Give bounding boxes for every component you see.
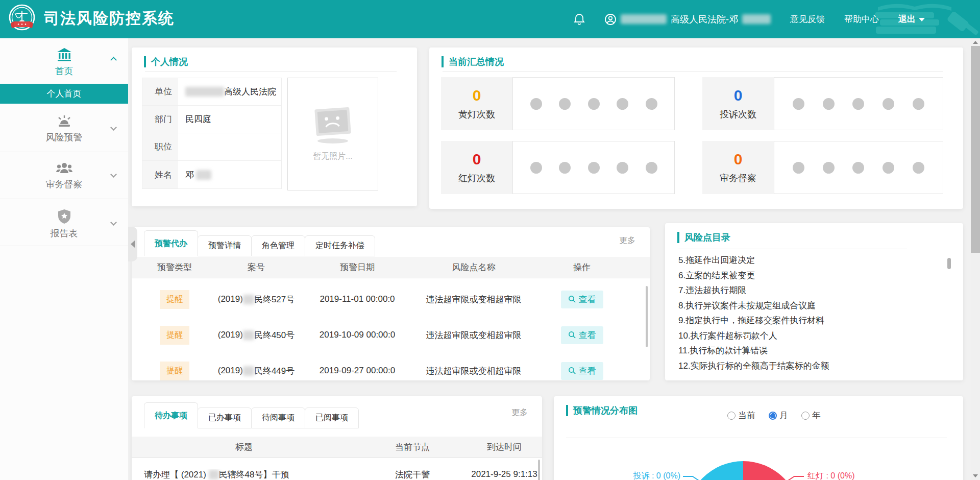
feedback-link[interactable]: 意见反馈 — [790, 13, 825, 25]
risk-name: 违法超审限或变相超审限 — [407, 329, 540, 341]
view-label: 查看 — [579, 329, 596, 341]
tab-role-management[interactable]: 角色管理 — [251, 235, 305, 256]
title-divider — [678, 249, 907, 249]
sidebar-divider — [0, 152, 128, 152]
scroll-up-button[interactable] — [971, 38, 980, 46]
pie-slice-complaints[interactable] — [686, 461, 743, 480]
title-divider — [443, 71, 943, 72]
scroll-down-button[interactable] — [971, 472, 980, 480]
current-node: 法院干警 — [356, 469, 469, 480]
alerts-more-link[interactable]: 更多 — [619, 235, 635, 246]
dot-icon — [617, 162, 628, 174]
sidebar-item-risk-warning-label: 风险预警 — [0, 131, 128, 143]
stat-label: 投诉次数 — [720, 108, 756, 121]
sidebar-item-risk-warning[interactable]: 风险预警 — [0, 104, 128, 152]
status-badge: 提醒 — [160, 326, 189, 345]
sidebar-item-report-label: 报告表 — [0, 227, 128, 239]
chevron-down-icon[interactable] — [110, 124, 117, 131]
sidebar-item-report[interactable]: 报告表 — [0, 199, 128, 246]
view-button[interactable]: 查看 — [561, 362, 603, 380]
no-photo-icon — [309, 106, 356, 146]
list-scrollbar-thumb[interactable] — [947, 258, 951, 269]
dot-icon — [646, 98, 657, 110]
view-button[interactable]: 查看 — [561, 291, 603, 308]
sidebar-item-home[interactable]: 首页 — [0, 38, 128, 84]
tab-todo-items[interactable]: 待办事项 — [144, 402, 198, 428]
radio-label: 当前 — [738, 410, 755, 421]
profile-label: 姓名 — [142, 161, 178, 188]
list-item[interactable]: 7.违法超执行期限 — [678, 283, 943, 298]
todo-title: 请办理【 (2021) 民辖终48号】干预 — [132, 469, 356, 480]
dot-icon — [883, 98, 894, 110]
radio-current[interactable]: 当前 — [727, 410, 755, 421]
stat-complaints: 0 投诉次数 — [702, 77, 943, 130]
magnifier-icon — [568, 295, 576, 303]
list-item[interactable]: 10.执行案件超标罚款个人 — [678, 328, 943, 344]
radio-year[interactable]: 年 — [801, 410, 821, 421]
dot-icon — [793, 162, 804, 174]
user-menu[interactable]: 高级人民法院-邓 — [604, 13, 771, 26]
tab-read-items[interactable]: 已阅事项 — [305, 407, 359, 428]
caret-down-icon — [919, 18, 925, 21]
todo-tabs: 待办事项 已办事项 待阅事项 已阅事项 — [144, 402, 358, 428]
sidebar-item-trial-supervision[interactable]: 审务督察 — [0, 152, 128, 199]
alerts-tabs: 预警代办 预警详情 角色管理 定时任务补偿 — [144, 230, 375, 256]
case-number: (2019) 民终449号 — [205, 365, 307, 377]
logout-button[interactable]: 退出 — [898, 13, 925, 25]
tab-alert-todo[interactable]: 预警代办 — [144, 230, 198, 256]
list-item[interactable]: 12.实际执行标的全额高于结案标的金额 — [678, 358, 943, 374]
department-value: 民四庭 — [178, 106, 281, 133]
col-alert-date: 预警日期 — [307, 261, 407, 273]
redacted-court-code — [209, 470, 219, 479]
chevron-up-icon[interactable] — [110, 57, 117, 63]
todo-table-header: 标题 当前节点 到达时间 — [132, 437, 542, 458]
stat-label-box: 0 黄灯次数 — [441, 77, 512, 130]
stat-trial-supervision: 0 审务督察 — [702, 141, 943, 194]
status-badge: 提醒 — [160, 362, 189, 380]
col-alert-type: 预警类型 — [144, 261, 205, 273]
dot-icon — [530, 98, 542, 110]
dot-icon — [559, 162, 571, 174]
dot-icon — [530, 162, 542, 174]
todo-more-link[interactable]: 更多 — [511, 407, 528, 418]
sidebar-item-personal-home[interactable]: 个人首页 — [0, 84, 128, 104]
sidebar-collapse-handle[interactable] — [128, 227, 137, 261]
list-item[interactable]: 5.拖延作出回避决定 — [678, 253, 943, 268]
list-item[interactable]: 9.指定执行中，拖延移交案件执行材料 — [678, 313, 943, 328]
scrollbar-thumb[interactable] — [971, 46, 980, 253]
stat-label-box: 0 审务督察 — [702, 141, 774, 194]
dot-icon — [646, 162, 657, 174]
notification-bell-icon[interactable] — [574, 13, 585, 26]
tab-scheduled-task[interactable]: 定时任务补偿 — [305, 235, 375, 256]
risk-name: 违法超审限或变相超审限 — [407, 294, 540, 305]
bank-building-icon — [57, 47, 72, 62]
stat-label: 审务督察 — [720, 172, 756, 184]
list-item[interactable]: 11.执行标的款计算错误 — [678, 343, 943, 358]
profile-row-name: 姓名 邓 — [142, 161, 281, 188]
sidebar-divider — [0, 199, 128, 199]
dot-icon — [852, 98, 864, 110]
triangle-down-icon — [973, 474, 978, 477]
radio-month[interactable]: 月 — [769, 410, 788, 421]
list-item[interactable]: 6.立案的结果被变更 — [678, 268, 943, 283]
list-item[interactable]: 8.执行异议案件未按规定组成合议庭 — [678, 298, 943, 314]
app-title: 司法风险防控系统 — [44, 8, 175, 29]
dot-icon — [852, 162, 864, 174]
tab-to-read-items[interactable]: 待阅事项 — [251, 407, 305, 428]
tab-alert-detail[interactable]: 预警详情 — [198, 235, 252, 256]
chevron-down-icon[interactable] — [110, 171, 117, 178]
table-scrollbar-thumb[interactable] — [646, 286, 648, 347]
tab-done-items[interactable]: 已办事项 — [198, 407, 252, 428]
user-name: 高级人民法院-邓 — [671, 13, 738, 26]
profile-row-position: 职位 — [142, 133, 281, 161]
chevron-down-icon[interactable] — [110, 219, 117, 226]
view-button[interactable]: 查看 — [561, 326, 603, 344]
name-value: 邓 — [178, 161, 281, 188]
col-case-number: 案号 — [205, 261, 307, 273]
table-scrollbar-thumb[interactable] — [538, 460, 540, 480]
pie-slice-red-lights[interactable] — [743, 461, 800, 480]
summary-card: 当前汇总情况 0 黄灯次数 0 投诉次数 0 红灯次数 0 审务督察 — [429, 47, 963, 209]
help-center-link[interactable]: 帮助中心 — [844, 13, 879, 25]
page-scrollbar[interactable] — [971, 38, 980, 480]
dot-icon — [913, 162, 924, 174]
